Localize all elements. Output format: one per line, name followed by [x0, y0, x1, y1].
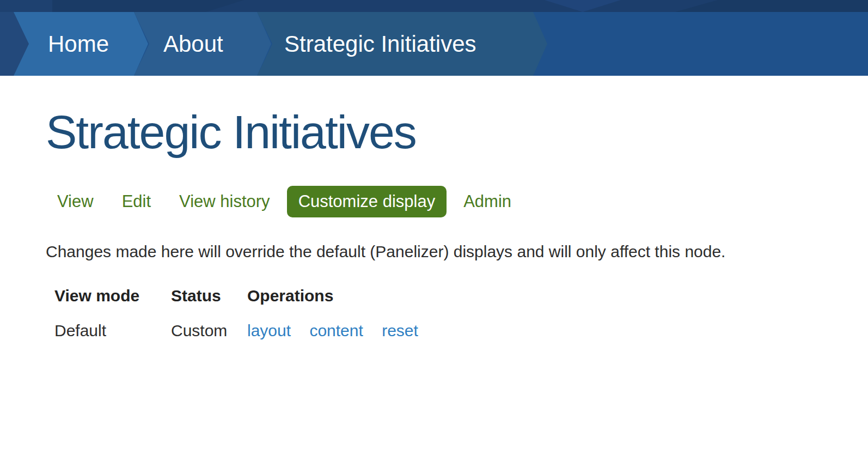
operation-link-layout[interactable]: layout [247, 321, 291, 339]
tab-view-history[interactable]: View history [168, 186, 282, 217]
view-modes-table: View mode Status Operations Default Cust… [46, 278, 427, 348]
breadcrumb-item-home[interactable]: Home [14, 12, 148, 76]
breadcrumb: Home About Strategic Initiatives [0, 12, 868, 76]
breadcrumb-item-about[interactable]: About [134, 12, 271, 76]
override-notice: Changes made here will override the defa… [46, 242, 868, 261]
cell-view-mode: Default [46, 313, 162, 348]
column-header-status: Status [162, 278, 239, 313]
tab-admin[interactable]: Admin [452, 186, 523, 217]
cell-operations: layout content reset [239, 313, 427, 348]
operation-link-content[interactable]: content [309, 321, 363, 339]
page-title: Strategic Initiatives [46, 107, 868, 156]
table-header-row: View mode Status Operations [46, 278, 427, 313]
banner-facet [0, 0, 52, 12]
column-header-view-mode: View mode [46, 278, 162, 313]
breadcrumb-item-strategic-initiatives[interactable]: Strategic Initiatives [257, 12, 547, 76]
banner-facet [52, 0, 244, 12]
node-tabs: View Edit View history Customize display… [46, 186, 868, 217]
operation-link-reset[interactable]: reset [382, 321, 418, 339]
tab-customize-display[interactable]: Customize display [287, 186, 447, 217]
banner-facet [545, 0, 621, 12]
cell-status: Custom [162, 313, 239, 348]
column-header-operations: Operations [239, 278, 427, 313]
tab-view[interactable]: View [46, 186, 105, 217]
top-banner [0, 0, 868, 12]
main-content: Strategic Initiatives View Edit View his… [0, 107, 868, 348]
tab-edit[interactable]: Edit [111, 186, 162, 217]
banner-facet [675, 0, 868, 12]
table-row: Default Custom layout content reset [46, 313, 427, 348]
